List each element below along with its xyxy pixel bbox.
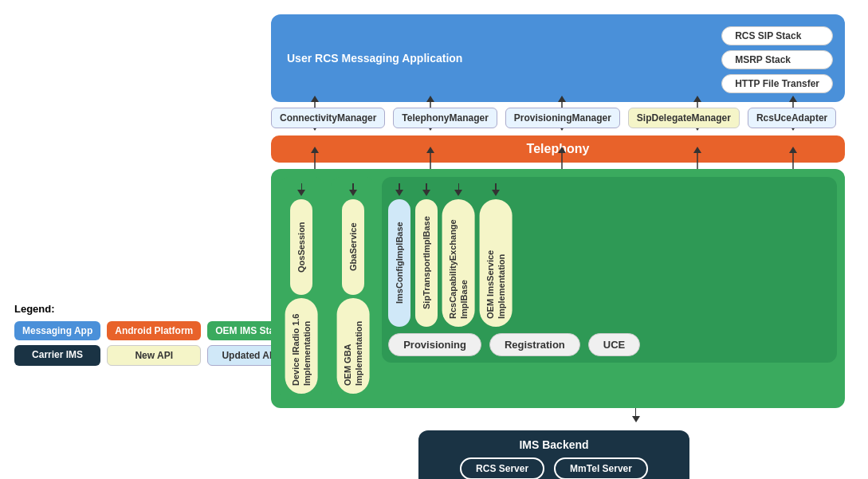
right-green-section: ImsConfigImplBase SipTransportImplBase xyxy=(382,177,837,363)
msrp-stack-pill: MSRP Stack xyxy=(721,50,833,69)
legend-android-platform: Android Platform xyxy=(107,321,201,340)
ims-backend-title: IMS Backend xyxy=(519,438,588,451)
sub-section-labels: Provisioning Registration UCE xyxy=(388,333,831,356)
provisioning-label: Provisioning xyxy=(388,333,481,356)
backend-arrow-wrapper xyxy=(418,408,853,422)
gba-section: GbaService OEM GBA Implementation xyxy=(331,177,376,400)
ims-config-impl-pill: ImsConfigImplBase xyxy=(388,199,410,327)
provisioning-manager: ProvisioningManager xyxy=(505,108,620,128)
qos-session-pill: QosSession xyxy=(290,199,312,295)
user-rcs-box: User RCS Messaging Application RCS SIP S… xyxy=(271,14,845,102)
oem-ims-inner: QosSession Device IRadio 1.6 Implementat… xyxy=(279,177,837,400)
connectivity-manager: ConnectivityManager xyxy=(271,108,385,128)
right-pills-row: ImsConfigImplBase SipTransportImplBase xyxy=(388,183,831,327)
legend-grid: Messaging App Android Platform OEM IMS S… xyxy=(14,321,293,366)
sip-delegate-manager: SipDelegateManager xyxy=(628,108,740,128)
legend-messaging-app: Messaging App xyxy=(14,321,100,340)
ims-backend-pills: RCS Server MmTel Server xyxy=(460,457,648,479)
uce-label: UCE xyxy=(588,333,640,356)
telephony-manager: TelephonyManager xyxy=(393,108,497,128)
registration-label: Registration xyxy=(489,333,580,356)
oem-gba-impl-pill: OEM GBA Implementation xyxy=(337,298,370,394)
oem-ims-area: QosSession Device IRadio 1.6 Implementat… xyxy=(271,169,845,408)
rcs-capability-impl-pill: RcsCapabilityExchange ImplBase xyxy=(442,199,475,327)
backend-arrow xyxy=(632,408,640,422)
legend-carrier-ims: Carrier IMS xyxy=(14,345,100,366)
oem-ims-service-col: OEM ImsService Implementation xyxy=(480,183,513,327)
gba-service-pill: GbaService xyxy=(342,199,364,295)
rcs-capability-col: RcsCapabilityExchange ImplBase xyxy=(442,183,475,327)
rcs-server-pill: RCS Server xyxy=(460,457,544,479)
device-iradio-pill: Device IRadio 1.6 Implementation xyxy=(285,298,318,394)
diagram-container: Legend: Messaging App Android Platform O… xyxy=(0,0,868,479)
sip-transport-impl-pill: SipTransportImplBase xyxy=(415,199,438,327)
sip-transport-col: SipTransportImplBase xyxy=(415,183,438,327)
ims-config-col: ImsConfigImplBase xyxy=(388,183,410,327)
rcs-sip-stack-pill: RCS SIP Stack xyxy=(721,26,833,45)
managers-row: ConnectivityManager TelephonyManager Pro… xyxy=(271,105,853,131)
rcs-stacks: RCS SIP Stack MSRP Stack HTTP File Trans… xyxy=(721,26,833,93)
legend: Legend: Messaging App Android Platform O… xyxy=(14,303,293,366)
main-diagram: User RCS Messaging Application RCS SIP S… xyxy=(271,14,853,479)
qos-arrow-top xyxy=(297,183,305,196)
legend-title: Legend: xyxy=(14,303,293,315)
mmtel-server-pill: MmTel Server xyxy=(554,457,648,479)
oem-ims-service-impl-pill: OEM ImsService Implementation xyxy=(480,199,513,327)
rcs-uce-adapter: RcsUceAdapter xyxy=(748,108,836,128)
http-file-transfer-pill: HTTP File Transfer xyxy=(721,74,833,93)
legend-new-api: New API xyxy=(107,345,201,366)
ims-backend: IMS Backend RCS Server MmTel Server xyxy=(418,430,689,479)
user-rcs-label: User RCS Messaging Application xyxy=(287,52,462,65)
gba-arrow-top xyxy=(349,183,357,196)
qos-session-section: QosSession Device IRadio 1.6 Implementat… xyxy=(279,177,324,400)
telephony-bar: Telephony xyxy=(271,135,845,163)
